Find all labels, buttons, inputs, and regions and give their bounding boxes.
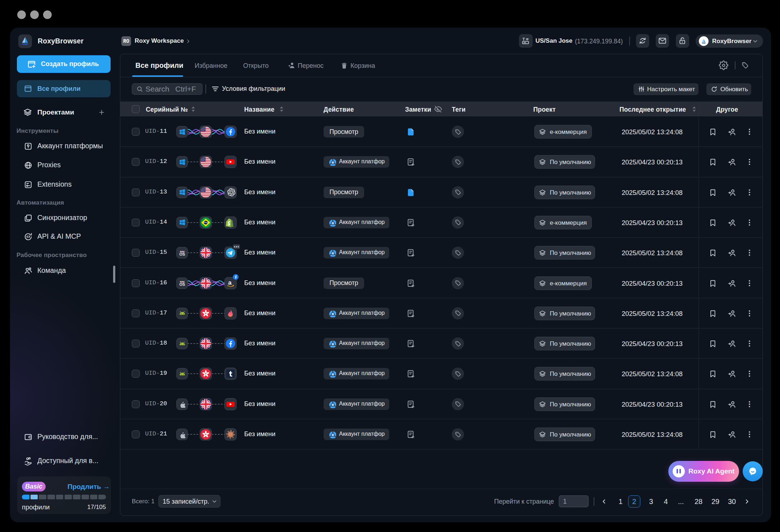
svg-text:OS: OS: [179, 282, 185, 286]
svg-text:a: a: [228, 279, 232, 286]
svg-text:OS: OS: [179, 252, 185, 256]
